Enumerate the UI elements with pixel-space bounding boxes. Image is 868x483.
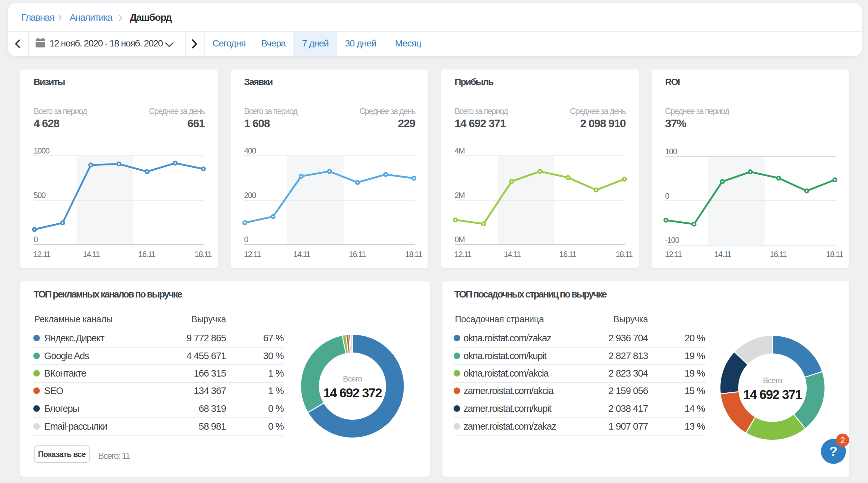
- svg-text:14 692 371: 14 692 371: [743, 388, 802, 402]
- svg-text:16.11: 16.11: [138, 250, 155, 259]
- svg-text:100: 100: [665, 147, 677, 156]
- svg-text:12.11: 12.11: [665, 250, 682, 259]
- svg-text:0: 0: [665, 191, 670, 200]
- svg-text:16.11: 16.11: [559, 250, 577, 259]
- svg-text:16.11: 16.11: [770, 250, 787, 259]
- svg-text:18.11: 18.11: [405, 250, 422, 259]
- svg-text:18.11: 18.11: [826, 250, 843, 259]
- svg-text:14.11: 14.11: [504, 250, 521, 259]
- svg-text:0: 0: [244, 235, 248, 244]
- svg-text:14 692 372: 14 692 372: [323, 386, 382, 400]
- svg-text:4M: 4M: [455, 146, 465, 155]
- svg-text:-100: -100: [665, 236, 679, 244]
- svg-text:14.11: 14.11: [714, 250, 732, 259]
- svg-text:400: 400: [244, 146, 256, 155]
- svg-text:0: 0: [34, 235, 38, 244]
- svg-text:12.11: 12.11: [34, 250, 51, 259]
- svg-text:18.11: 18.11: [195, 250, 212, 259]
- svg-text:200: 200: [244, 191, 256, 200]
- svg-text:12.11: 12.11: [455, 250, 472, 259]
- svg-text:0M: 0M: [455, 235, 465, 244]
- svg-text:12.11: 12.11: [244, 250, 261, 259]
- svg-text:Всего: Всего: [343, 374, 362, 383]
- svg-text:18.11: 18.11: [616, 250, 633, 259]
- svg-text:500: 500: [34, 191, 46, 200]
- svg-text:14.11: 14.11: [293, 250, 311, 259]
- svg-text:Всего: Всего: [763, 376, 782, 385]
- svg-text:14.11: 14.11: [83, 250, 100, 259]
- svg-text:1000: 1000: [34, 146, 50, 155]
- svg-text:16.11: 16.11: [349, 250, 366, 259]
- svg-text:2M: 2M: [455, 191, 465, 200]
